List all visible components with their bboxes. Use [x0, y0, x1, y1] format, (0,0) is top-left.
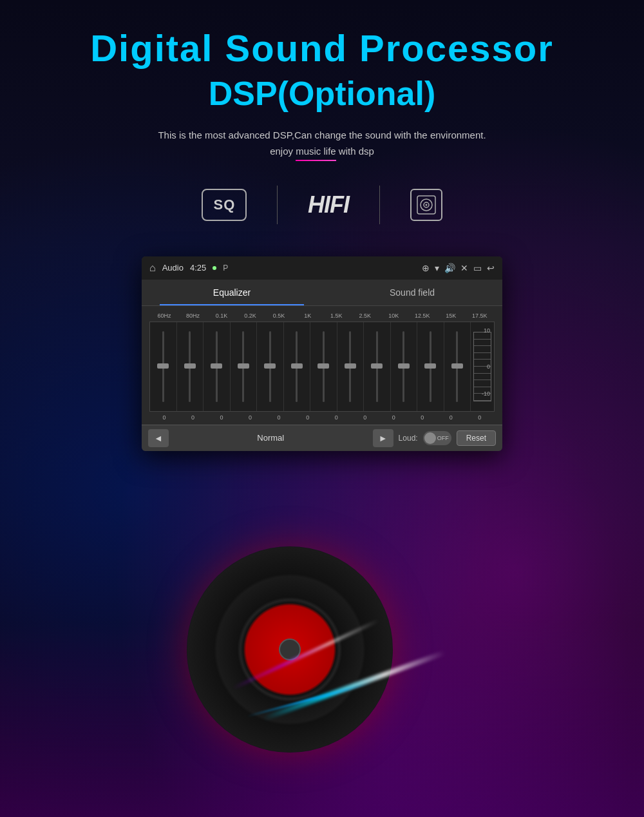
eq-band-10[interactable] [391, 322, 418, 411]
eq-band-9[interactable] [364, 322, 391, 411]
eq-band-4[interactable] [231, 322, 258, 411]
window-icon[interactable]: ▭ [473, 263, 482, 273]
eq-band-3[interactable] [204, 322, 231, 411]
speaker-icon [410, 189, 442, 221]
freq-05k: 0.5K [267, 312, 291, 319]
eq-track-1 [162, 331, 164, 402]
close-icon[interactable]: ✕ [460, 263, 468, 273]
subtitle: DSP(Optional) [209, 74, 435, 113]
svg-point-3 [425, 204, 427, 206]
freq-25k: 2.5K [353, 312, 377, 319]
eq-track-7 [323, 331, 325, 402]
eq-handle-10[interactable] [398, 363, 410, 369]
value-labels: 0 0 0 0 0 0 0 0 0 0 0 0 [149, 412, 495, 421]
tabs-container: Equalizer Sound field [142, 280, 502, 306]
eq-track-12 [456, 331, 458, 402]
home-icon[interactable]: ⌂ [149, 262, 156, 274]
status-p: P [223, 264, 228, 273]
prev-button[interactable]: ◄ [148, 429, 169, 447]
vinyl-record [187, 546, 393, 753]
eq-track-9 [376, 331, 378, 402]
eq-track-5 [269, 331, 271, 402]
status-time: 4:25 [190, 263, 206, 273]
freq-labels: 60Hz 80Hz 0.1K 0.2K 0.5K 1K 1.5K 2.5K 10… [149, 312, 495, 319]
main-content: Digital Sound Processor DSP(Optional) Th… [0, 0, 644, 451]
eq-handle-7[interactable] [317, 363, 329, 369]
freq-125k: 12.5K [410, 312, 435, 319]
eq-section: 60Hz 80Hz 0.1K 0.2K 0.5K 1K 1.5K 2.5K 10… [142, 306, 502, 425]
back-icon[interactable]: ↩ [487, 263, 495, 273]
icon-divider-2 [379, 186, 380, 224]
next-button[interactable]: ► [373, 429, 393, 447]
val-11: 0 [439, 414, 463, 421]
val-9: 0 [381, 414, 406, 421]
eq-track-2 [189, 331, 191, 402]
loud-label: Loud: [399, 434, 418, 443]
eq-band-1[interactable] [150, 322, 177, 411]
eq-band-12[interactable] [444, 322, 471, 411]
val-10: 0 [410, 414, 435, 421]
sq-icon: SQ [202, 189, 247, 221]
status-icons: ⊕ ▾ 🔊 ✕ ▭ ↩ [422, 263, 495, 273]
val-3: 0 [209, 414, 234, 421]
eq-sliders-area: 10 0 -10 [149, 322, 495, 412]
toggle-knob [424, 432, 436, 444]
eq-handle-9[interactable] [371, 363, 383, 369]
eq-band-5[interactable] [257, 322, 284, 411]
eq-track-3 [216, 331, 218, 402]
freq-15k2: 15K [439, 312, 463, 319]
desc-line1: This is the most advanced DSP,Can change… [158, 127, 486, 144]
freq-175k: 17.5K [468, 312, 492, 319]
freq-1k: 1K [296, 312, 320, 319]
reset-button[interactable]: Reset [457, 430, 496, 446]
freq-80hz: 80Hz [181, 312, 205, 319]
status-bar: ⌂ Audio 4:25 P ⊕ ▾ 🔊 ✕ ▭ ↩ [142, 256, 502, 280]
preset-label: Normal [174, 433, 368, 443]
wifi-icon: ▾ [435, 263, 439, 273]
eq-band-6[interactable] [284, 322, 311, 411]
scale-label-bot: -10 [482, 390, 490, 397]
eq-handle-6[interactable] [291, 363, 303, 369]
val-2: 0 [181, 414, 205, 421]
scale-label-top: 10 [484, 327, 490, 334]
eq-band-7[interactable] [310, 322, 337, 411]
eq-handle-12[interactable] [451, 363, 463, 369]
val-12: 0 [468, 414, 492, 421]
eq-track-11 [430, 331, 431, 402]
eq-band-11[interactable] [417, 322, 444, 411]
eq-handle-2[interactable] [184, 363, 196, 369]
eq-track-10 [402, 331, 404, 402]
icon-divider-1 [277, 186, 278, 224]
tab-sound-field[interactable]: Sound field [322, 280, 502, 305]
eq-handle-1[interactable] [157, 363, 169, 369]
loud-toggle[interactable]: OFF [423, 431, 451, 445]
icons-row: SQ HIFI [187, 186, 457, 224]
freq-60hz: 60Hz [152, 312, 176, 319]
desc-line2: enjoy music life with dsp [158, 143, 486, 160]
underline-text: music life [296, 143, 336, 160]
freq-02k: 0.2K [238, 312, 263, 319]
toggle-state-label: OFF [437, 435, 449, 441]
freq-01k: 0.1K [209, 312, 234, 319]
val-5: 0 [267, 414, 291, 421]
eq-handle-5[interactable] [264, 363, 276, 369]
volume-icon: 🔊 [444, 263, 455, 273]
eq-handle-4[interactable] [238, 363, 249, 369]
val-1: 0 [152, 414, 176, 421]
eq-track-6 [296, 331, 298, 402]
eq-band-2[interactable] [177, 322, 204, 411]
tab-equalizer[interactable]: Equalizer [142, 280, 322, 305]
eq-band-8[interactable] [337, 322, 365, 411]
eq-handle-8[interactable] [345, 363, 356, 369]
val-6: 0 [296, 414, 320, 421]
main-title: Digital Sound Processor [90, 26, 554, 71]
freq-10k: 10K [381, 312, 406, 319]
eq-track-8 [349, 331, 351, 402]
val-7: 0 [324, 414, 348, 421]
val-4: 0 [238, 414, 263, 421]
android-panel: ⌂ Audio 4:25 P ⊕ ▾ 🔊 ✕ ▭ ↩ Equalizer Sou… [142, 256, 502, 451]
val-8: 0 [353, 414, 377, 421]
hifi-icon: HIFI [308, 191, 349, 218]
eq-handle-11[interactable] [424, 363, 436, 369]
eq-handle-3[interactable] [211, 363, 222, 369]
